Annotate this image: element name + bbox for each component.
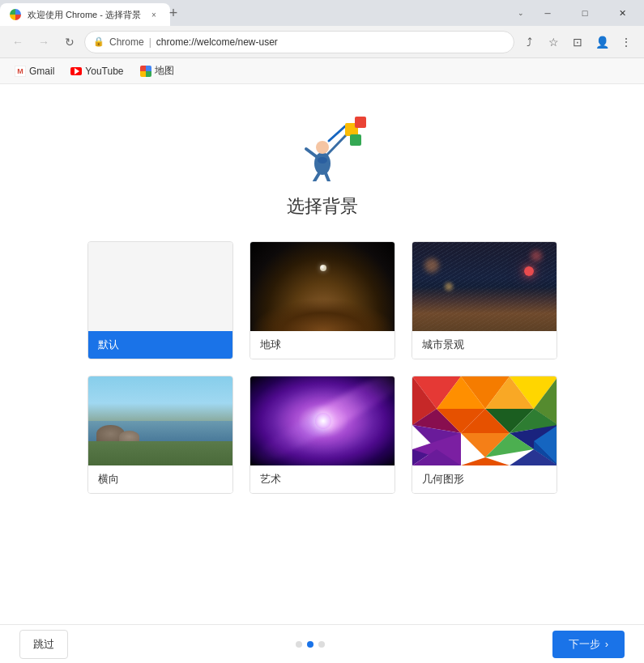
next-arrow-icon: ›	[605, 638, 608, 650]
next-button[interactable]: 下一步 ›	[552, 631, 625, 658]
youtube-label: YouTube	[85, 66, 123, 77]
bg-card-cityscape[interactable]: 城市景观	[412, 241, 557, 359]
minimize-icon	[544, 8, 550, 18]
tab-favicon	[10, 9, 21, 20]
progress-dots	[296, 641, 325, 648]
earth-moon	[320, 265, 326, 271]
svg-line-5	[326, 134, 347, 155]
bg-card-art[interactable]: 艺术	[249, 376, 395, 494]
galaxy-core	[315, 413, 331, 429]
tab-title: 欢迎使用 Chrome - 选择背景	[28, 9, 141, 21]
chevron-down-icon[interactable]: ⌄	[510, 0, 532, 26]
page-heading: 选择背景	[287, 194, 358, 219]
share-button[interactable]: ⤴	[518, 31, 540, 53]
city-lights	[412, 287, 557, 331]
tab-close-button[interactable]: ×	[147, 8, 160, 21]
bg-card-geometric[interactable]: 几何图形	[412, 376, 557, 494]
dot-3	[318, 641, 325, 648]
bg-card-earth[interactable]: 地球	[249, 241, 395, 359]
city-bokeh2	[445, 283, 453, 291]
geo-svg	[412, 376, 557, 465]
bookmarks-bar: M Gmail YouTube 地图	[0, 58, 644, 84]
city-image	[412, 242, 557, 331]
tab-area: 欢迎使用 Chrome - 选择背景 × +	[0, 0, 170, 26]
svg-point-10	[318, 157, 327, 164]
forward-button[interactable]: →	[32, 31, 55, 53]
dot-1	[296, 641, 302, 648]
svg-rect-9	[350, 134, 361, 146]
art-label: 艺术	[250, 465, 395, 493]
address-separator: |	[149, 36, 151, 48]
svg-point-1	[316, 141, 329, 154]
landscape-green	[88, 441, 233, 465]
gmail-icon: M	[15, 66, 26, 77]
youtube-icon	[70, 67, 82, 75]
hero-illustration	[274, 100, 371, 181]
minimize-button[interactable]	[529, 0, 566, 26]
bottom-bar: 跳过 下一步 ›	[0, 624, 644, 663]
page-content: 选择背景 默认 地球 城市景观	[0, 84, 644, 624]
address-bar[interactable]: 🔒 Chrome | chrome://welcome/new-user	[84, 31, 514, 53]
city-red-light	[524, 266, 534, 276]
bg-card-landscape[interactable]: 横向	[87, 376, 233, 494]
geometric-label: 几何图形	[412, 465, 557, 493]
next-label: 下一步	[569, 637, 600, 652]
bookmark-button[interactable]: ☆	[542, 31, 565, 53]
art-image	[250, 376, 395, 465]
close-button[interactable]	[603, 0, 641, 26]
default-image	[88, 242, 233, 331]
lock-icon: 🔒	[93, 36, 104, 47]
url-text: chrome://welcome/new-user	[156, 36, 505, 48]
landscape-image	[88, 376, 233, 465]
earth-label: 地球	[250, 331, 395, 359]
youtube-play-icon	[75, 68, 79, 74]
city-bokeh1	[424, 258, 439, 273]
svg-marker-29	[461, 457, 510, 465]
svg-line-2	[314, 173, 319, 181]
landscape-label: 横向	[88, 465, 232, 493]
extensions-button[interactable]: ⊡	[566, 31, 589, 53]
svg-line-3	[326, 173, 329, 181]
geo-image	[412, 376, 557, 465]
dot-2	[307, 641, 313, 648]
refresh-button[interactable]: ↻	[58, 31, 81, 53]
maps-label: 地图	[155, 64, 174, 78]
default-label: 默认	[88, 331, 232, 359]
active-tab[interactable]: 欢迎使用 Chrome - 选择背景 ×	[0, 3, 170, 26]
cityscape-label: 城市景观	[412, 331, 557, 359]
nav-right-icons: ⤴ ☆ ⊡ 👤 ⋮	[518, 31, 638, 53]
bookmark-youtube[interactable]: YouTube	[64, 63, 130, 79]
window-controls	[529, 0, 641, 26]
gmail-label: Gmail	[29, 66, 54, 77]
back-button[interactable]: ←	[6, 31, 29, 53]
maximize-button[interactable]	[566, 0, 603, 26]
skip-button[interactable]: 跳过	[19, 630, 68, 659]
city-bokeh3	[531, 250, 542, 261]
navigation-bar: ← → ↻ 🔒 Chrome | chrome://welcome/new-us…	[0, 26, 644, 58]
background-grid: 默认 地球 城市景观	[87, 241, 557, 494]
earth-image	[250, 242, 395, 331]
maps-icon	[140, 66, 151, 77]
close-icon	[619, 8, 626, 19]
maximize-icon	[582, 8, 588, 18]
svg-rect-8	[355, 117, 366, 128]
new-tab-button[interactable]: +	[162, 2, 185, 24]
bookmark-maps[interactable]: 地图	[134, 62, 181, 80]
hero-svg	[274, 100, 371, 181]
earth-horizon	[250, 299, 395, 331]
title-bar: 欢迎使用 Chrome - 选择背景 × + ⌄	[0, 0, 644, 26]
chrome-label: Chrome	[109, 36, 144, 48]
menu-button[interactable]: ⋮	[615, 31, 638, 53]
bookmark-gmail[interactable]: M Gmail	[8, 63, 61, 79]
profile-button[interactable]: 👤	[591, 31, 613, 53]
bg-card-default[interactable]: 默认	[87, 241, 233, 359]
